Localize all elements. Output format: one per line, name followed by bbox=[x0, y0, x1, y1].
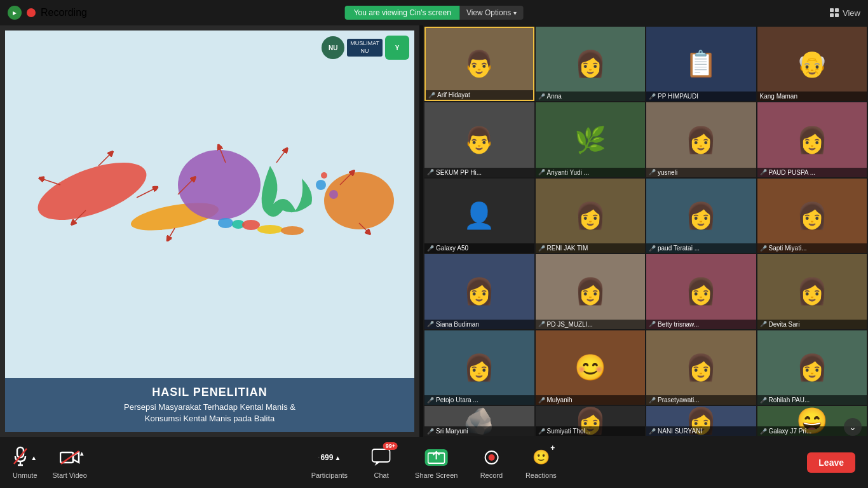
participant-name: Prasetyawati... bbox=[658, 396, 700, 403]
start-video-button[interactable]: ▲ Start Video bbox=[53, 446, 87, 479]
participant-name: PD JS_MUZLI... bbox=[547, 321, 593, 328]
start-video-label: Start Video bbox=[53, 471, 87, 479]
record-label: Record bbox=[480, 471, 503, 479]
svg-point-9 bbox=[316, 180, 326, 190]
participant-name: Kang Maman bbox=[760, 93, 797, 100]
participant-tile[interactable]: 👩🎤Petojo Utara ... bbox=[424, 330, 534, 405]
participant-tile[interactable]: 👩🎤Rohilah PAU... bbox=[757, 330, 867, 405]
chat-badge: 99+ bbox=[383, 442, 398, 450]
participant-name: Galaxy A50 bbox=[436, 245, 468, 252]
zoom-logo bbox=[8, 6, 22, 20]
bottom-toolbar: ▲ Unmute ▲ Start Video bbox=[0, 437, 868, 488]
participant-tile[interactable]: 👩🎤Betty trisnaw... bbox=[646, 254, 756, 329]
participant-name: Rohilah PAU... bbox=[769, 396, 810, 403]
participant-tile[interactable]: 👩🎤Anna bbox=[536, 27, 646, 101]
emoji-icon: 🙂 bbox=[532, 449, 550, 466]
participant-name: Arif Hidayat bbox=[437, 92, 470, 98]
toolbar-right: Leave bbox=[807, 452, 855, 473]
map-logos: NU MUSLIMATNU Y bbox=[322, 36, 409, 60]
top-left: Recording bbox=[8, 6, 87, 20]
chat-label: Chat bbox=[374, 471, 388, 479]
participant-tile[interactable]: 👨🎤Arif Hidayat bbox=[424, 27, 534, 101]
indonesia-map-svg bbox=[22, 134, 397, 261]
svg-point-11 bbox=[321, 172, 327, 179]
participant-tile[interactable]: 👨🎤SEKUM PP Hi... bbox=[424, 102, 534, 177]
participant-name: paud Teratai ... bbox=[658, 245, 700, 252]
participant-tile[interactable]: 👩🎤Sumiyati Thol... bbox=[536, 406, 646, 436]
svg-point-10 bbox=[329, 190, 338, 199]
participant-name: Siana Budiman bbox=[436, 321, 479, 328]
view-label: View bbox=[843, 8, 860, 18]
video-chevron[interactable]: ▲ bbox=[79, 450, 85, 457]
logo-yaici: Y bbox=[385, 36, 409, 60]
unmute-button[interactable]: ▲ Unmute bbox=[13, 446, 37, 479]
participant-tile[interactable]: 😊🎤Mulyanih bbox=[536, 330, 646, 405]
participant-name: NANI SURYANI bbox=[658, 428, 702, 435]
participant-name: PAUD PUSPA ... bbox=[769, 169, 816, 176]
svg-point-4 bbox=[218, 218, 233, 228]
participant-name: RENI JAK TIM bbox=[547, 245, 588, 252]
chat-button[interactable]: 99+ Chat bbox=[365, 446, 397, 479]
participant-tile[interactable]: 📋🎤PP HIMPAUDI bbox=[646, 27, 756, 101]
participant-tile[interactable]: 👴Kang Maman bbox=[757, 27, 867, 101]
participant-name: Ariyanti Yudi ... bbox=[547, 169, 590, 176]
top-center: You are viewing Cin's screen View Option… bbox=[345, 6, 524, 20]
map-background: NU MUSLIMATNU Y bbox=[5, 30, 414, 378]
view-options-button[interactable]: View Options ▾ bbox=[460, 6, 523, 20]
record-icon bbox=[480, 446, 503, 469]
participants-button[interactable]: 699 ▲ Participants bbox=[311, 446, 348, 479]
participant-name: Sumiyati Thol... bbox=[547, 428, 591, 435]
record-button[interactable]: Record bbox=[475, 446, 507, 479]
svg-line-17 bbox=[276, 150, 286, 163]
reactions-button[interactable]: 🙂 + Reactions bbox=[525, 446, 557, 479]
unmute-label: Unmute bbox=[13, 471, 37, 479]
participant-name: yusneli bbox=[658, 169, 677, 176]
presentation-footer: HASIL PENELITIAN Persepsi Masyarakat Ter… bbox=[5, 378, 414, 432]
svg-line-14 bbox=[137, 188, 156, 198]
participant-name: Mulyanih bbox=[547, 396, 573, 403]
participants-count: 699 bbox=[320, 453, 333, 462]
top-bar: Recording You are viewing Cin's screen V… bbox=[0, 0, 868, 25]
unmute-chevron[interactable]: ▲ bbox=[31, 454, 37, 461]
participant-name: Anna bbox=[547, 93, 562, 100]
presentation-title-main: HASIL PENELITIAN bbox=[15, 386, 404, 399]
presentation-title-sub: Persepsi Masyarakat Terhadap Kental Mani… bbox=[15, 402, 404, 424]
participant-tile[interactable]: 👩🎤Devita Sari bbox=[757, 254, 867, 329]
svg-point-6 bbox=[242, 220, 260, 230]
participants-chevron[interactable]: ▲ bbox=[334, 454, 341, 461]
recording-indicator bbox=[27, 8, 36, 17]
participant-tile[interactable]: 🌿🎤Ariyanti Yudi ... bbox=[536, 102, 646, 177]
leave-button[interactable]: Leave bbox=[807, 452, 855, 473]
share-screen-label: Share Screen bbox=[415, 471, 458, 479]
share-screen-icon bbox=[425, 446, 448, 469]
participant-tile[interactable]: 🪨🎤Sri Maryuni bbox=[424, 406, 534, 436]
svg-point-3 bbox=[324, 172, 394, 229]
participant-tile[interactable]: 👩🎤NANI SURYANI bbox=[646, 406, 756, 436]
share-screen-button[interactable]: Share Screen bbox=[415, 446, 458, 479]
participant-tile[interactable]: 👩🎤RENI JAK TIM bbox=[536, 179, 646, 253]
svg-line-12 bbox=[41, 179, 60, 185]
participant-name: Betty trisnaw... bbox=[658, 321, 699, 328]
svg-point-2 bbox=[178, 150, 261, 220]
logo-muslimat-label: MUSLIMATNU bbox=[347, 39, 383, 56]
top-right-view[interactable]: View bbox=[830, 8, 860, 18]
reactions-label: Reactions bbox=[526, 471, 557, 479]
participant-tile[interactable]: 👩🎤Prasetyawati... bbox=[646, 330, 756, 405]
view-options-label: View Options bbox=[466, 8, 511, 17]
shared-screen: NU MUSLIMATNU Y bbox=[0, 25, 419, 437]
main-content: NU MUSLIMATNU Y bbox=[0, 25, 868, 437]
participant-tile[interactable]: 👤🎤Galaxy A50 bbox=[424, 179, 534, 253]
participant-tile[interactable]: 👩🎤PAUD PUSPA ... bbox=[757, 102, 867, 177]
participant-tile[interactable]: 👩🎤yusneli bbox=[646, 102, 756, 177]
participant-name: Sapti Miyati... bbox=[769, 245, 807, 252]
participants-label: Participants bbox=[311, 471, 348, 479]
participant-tile[interactable]: 👩🎤PD JS_MUZLI... bbox=[536, 254, 646, 329]
toolbar-center: 699 ▲ Participants 99+ Chat bbox=[311, 446, 557, 479]
participant-tile[interactable]: 👩🎤Siana Budiman bbox=[424, 254, 534, 329]
scroll-down-indicator[interactable]: ⌄ bbox=[844, 418, 862, 436]
grid-icon bbox=[830, 8, 839, 17]
participant-tile[interactable]: 👩🎤paud Teratai ... bbox=[646, 179, 756, 253]
logo-muslimat: NU bbox=[322, 36, 344, 59]
participant-tile[interactable]: 👩🎤Sapti Miyati... bbox=[757, 179, 867, 253]
mic-icon bbox=[13, 446, 28, 469]
